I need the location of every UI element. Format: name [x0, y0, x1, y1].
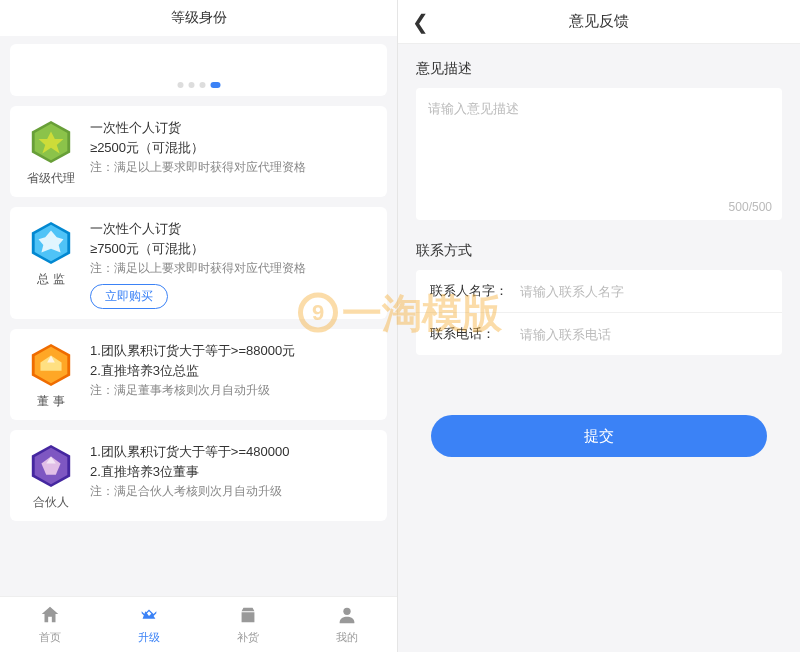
- contact-field: 联系电话：: [416, 313, 782, 355]
- page-title: 等级身份: [0, 0, 397, 36]
- level-requirement: ≥2500元（可混批）: [90, 138, 373, 158]
- contact-field: 联系人名字：: [416, 270, 782, 313]
- level-card: 董 事 1.团队累积订货大于等于>=88000元2.直推培养3位总监 注：满足董…: [10, 329, 387, 420]
- level-requirement: ≥7500元（可混批）: [90, 239, 373, 259]
- level-note: 注：满足董事考核则次月自动升级: [90, 381, 373, 400]
- level-list: 省级代理 一次性个人订货≥2500元（可混批） 注：满足以上要求即时获得对应代理…: [0, 96, 397, 596]
- back-icon[interactable]: ❮: [412, 12, 429, 32]
- tab-label: 我的: [336, 630, 358, 645]
- field-input[interactable]: [520, 327, 768, 342]
- level-card: 总 监 一次性个人订货≥7500元（可混批） 注：满足以上要求即时获得对应代理资…: [10, 207, 387, 319]
- level-requirement: 2.直推培养3位总监: [90, 361, 373, 381]
- char-counter: 500/500: [729, 200, 772, 214]
- field-label: 联系人名字：: [430, 282, 520, 300]
- tab-upgrade[interactable]: 升级: [99, 597, 198, 652]
- level-badge-icon: [27, 219, 75, 267]
- tab-label: 首页: [39, 630, 61, 645]
- level-name: 合伙人: [33, 494, 69, 511]
- section-label-description: 意见描述: [416, 60, 782, 78]
- level-badge-icon: [27, 118, 75, 166]
- tab-bar: 首页升级补货我的: [0, 596, 397, 652]
- level-requirement: 1.团队累积订货大于等于>=88000元: [90, 341, 373, 361]
- tab-icon: [237, 604, 259, 628]
- tab-icon: [39, 604, 61, 628]
- tab-restock[interactable]: 补货: [199, 597, 298, 652]
- field-input[interactable]: [520, 284, 768, 299]
- level-name: 省级代理: [27, 170, 75, 187]
- level-name: 总 监: [37, 271, 64, 288]
- level-requirement: 一次性个人订货: [90, 118, 373, 138]
- level-requirement: 2.直推培养3位董事: [90, 462, 373, 482]
- carousel-dots: [177, 82, 220, 88]
- description-textarea[interactable]: [416, 88, 782, 216]
- tab-icon: [138, 604, 160, 628]
- page-title: 意见反馈: [569, 12, 629, 31]
- level-card: 合伙人 1.团队累积订货大于等于>=4800002.直推培养3位董事 注：满足合…: [10, 430, 387, 521]
- contact-fields: 联系人名字：联系电话：: [416, 270, 782, 355]
- header: ❮ 意见反馈: [398, 0, 800, 44]
- svg-point-14: [344, 608, 351, 615]
- submit-button[interactable]: 提交: [431, 415, 768, 457]
- tab-label: 升级: [138, 630, 160, 645]
- tab-home[interactable]: 首页: [0, 597, 99, 652]
- level-badge-icon: [27, 341, 75, 389]
- section-label-contact: 联系方式: [416, 242, 782, 260]
- level-note: 注：满足以上要求即时获得对应代理资格: [90, 259, 373, 278]
- level-badge-icon: [27, 442, 75, 490]
- tab-icon: [336, 604, 358, 628]
- level-card: 省级代理 一次性个人订货≥2500元（可混批） 注：满足以上要求即时获得对应代理…: [10, 106, 387, 197]
- level-requirement: 一次性个人订货: [90, 219, 373, 239]
- buy-button[interactable]: 立即购买: [90, 284, 168, 309]
- level-requirement: 1.团队累积订货大于等于>=480000: [90, 442, 373, 462]
- banner-carousel[interactable]: [10, 44, 387, 96]
- tab-label: 补货: [237, 630, 259, 645]
- level-note: 注：满足以上要求即时获得对应代理资格: [90, 158, 373, 177]
- level-name: 董 事: [37, 393, 64, 410]
- level-note: 注：满足合伙人考核则次月自动升级: [90, 482, 373, 501]
- tab-mine[interactable]: 我的: [298, 597, 397, 652]
- field-label: 联系电话：: [430, 325, 520, 343]
- description-field-wrap: 500/500: [416, 88, 782, 220]
